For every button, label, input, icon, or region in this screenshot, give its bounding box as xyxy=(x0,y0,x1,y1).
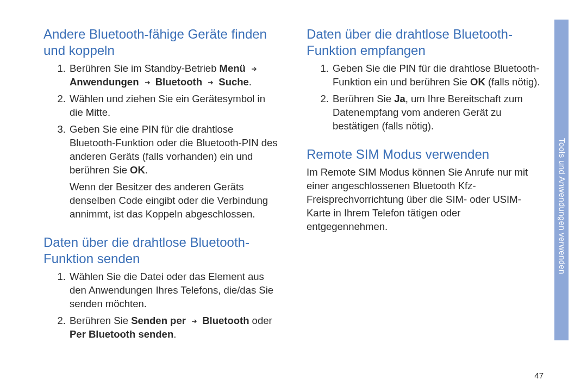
text: . xyxy=(173,328,176,340)
heading-pair-devices: Andere Bluetooth-fähige Geräte finden un… xyxy=(43,26,280,59)
page-content: Andere Bluetooth-fähige Geräte finden un… xyxy=(43,26,544,374)
text: (falls nötig). xyxy=(485,76,540,88)
text: Geben Sie eine PIN für die drahtlose Blu… xyxy=(70,123,278,176)
per-bluetooth-senden-label: Per Bluetooth senden xyxy=(70,328,173,340)
heading-send-data: Daten über die drahtlose Bluetooth-Funkt… xyxy=(43,234,280,267)
heading-receive-data: Daten über die drahtlose Bluetooth-Funkt… xyxy=(307,26,544,59)
senden-per-label: Senden per xyxy=(131,315,186,326)
text: oder xyxy=(249,315,272,326)
heading-remote-sim: Remote SIM Modus verwenden xyxy=(307,146,544,163)
menu-path-anwendungen: Anwendungen xyxy=(70,76,139,88)
arrow-icon xyxy=(251,62,257,76)
paragraph: Wenn der Besitzer des anderen Geräts den… xyxy=(68,181,280,221)
list-receive-data: Geben Sie die PIN für die drahtlose Blue… xyxy=(307,62,544,133)
ja-label: Ja xyxy=(394,93,405,104)
text: . xyxy=(145,164,148,176)
list-item: Geben Sie die PIN für die drahtlose Blue… xyxy=(332,62,544,89)
menu-path-suche: Suche xyxy=(218,76,249,88)
list-send-data: Wählen Sie die Datei oder das Element au… xyxy=(43,270,280,341)
manual-page: Tools und Anwendungen verwenden Andere B… xyxy=(0,0,587,392)
arrow-icon xyxy=(144,76,151,89)
text: Berühren Sie xyxy=(333,93,394,104)
list-pair-devices: Berühren Sie im Standby-Betrieb Menü Anw… xyxy=(43,62,280,177)
bluetooth-label: Bluetooth xyxy=(202,315,249,326)
text: . xyxy=(249,76,252,88)
text: Berühren Sie im Standby-Betrieb xyxy=(70,63,220,74)
ok-label: OK xyxy=(470,76,485,88)
list-item: Berühren Sie Senden per Bluetooth oder P… xyxy=(68,314,280,341)
side-tab-label: Tools und Anwendungen verwenden xyxy=(556,138,567,274)
text: Berühren Sie xyxy=(70,315,131,326)
list-item: Wählen und ziehen Sie ein Gerätesymbol i… xyxy=(68,92,280,120)
list-item: Geben Sie eine PIN für die drahtlose Blu… xyxy=(68,123,280,177)
menu-path-menu: Menü xyxy=(220,63,246,74)
list-item: Berühren Sie im Standby-Betrieb Menü Anw… xyxy=(68,62,280,89)
list-item: Wählen Sie die Datei oder das Element au… xyxy=(68,270,280,311)
paragraph: Im Remote SIM Modus können Sie Anrufe nu… xyxy=(307,166,544,234)
arrow-icon xyxy=(191,314,197,328)
page-number: 47 xyxy=(534,371,544,380)
ok-label: OK xyxy=(130,164,145,176)
list-item: Berühren Sie Ja, um Ihre Bereitschaft zu… xyxy=(332,92,544,133)
arrow-icon xyxy=(207,76,214,89)
menu-path-bluetooth: Bluetooth xyxy=(155,76,202,88)
